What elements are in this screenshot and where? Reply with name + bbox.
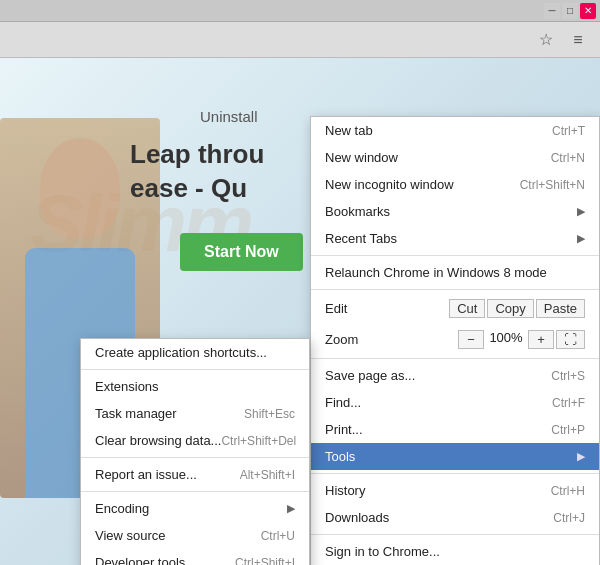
uninstall-text: Uninstall <box>200 108 258 125</box>
edit-cut-button[interactable]: Cut <box>449 299 485 318</box>
submenu-item-extensions[interactable]: Extensions <box>81 373 309 400</box>
submenu-arrow-icon: ▶ <box>577 232 585 245</box>
person-head <box>40 138 120 238</box>
submenu-item-label: Encoding <box>95 501 149 516</box>
shortcut: Ctrl+N <box>551 151 585 165</box>
zoom-value: 100% <box>486 330 526 349</box>
menu-icon[interactable]: ≡ <box>564 26 592 54</box>
zoom-label: Zoom <box>325 332 358 347</box>
menu-separator <box>311 534 599 535</box>
sub-menu: Create application shortcuts...Extension… <box>80 338 310 565</box>
shortcut: Ctrl+H <box>551 484 585 498</box>
menu-item-label: New tab <box>325 123 373 138</box>
shortcut: Ctrl+Shift+I <box>235 556 295 566</box>
submenu-item-create-application-shortcuts[interactable]: Create application shortcuts... <box>81 339 309 366</box>
submenu-separator <box>81 491 309 492</box>
page-content: Slimm Uninstall Leap throuease - Qu Star… <box>0 58 600 565</box>
menu-item-label: Find... <box>325 395 361 410</box>
submenu-arrow-icon: ▶ <box>577 450 585 463</box>
zoom-controls: − 100% + ⛶ <box>458 330 585 349</box>
menu-separator <box>311 255 599 256</box>
menu-item-bookmarks[interactable]: Bookmarks▶ <box>311 198 599 225</box>
menu-item-label: New window <box>325 150 398 165</box>
menu-item-history[interactable]: HistoryCtrl+H <box>311 477 599 504</box>
menu-separator <box>311 289 599 290</box>
menu-item-label: Sign in to Chrome... <box>325 544 440 559</box>
shortcut: Ctrl+S <box>551 369 585 383</box>
nav-bar: ☆ ≡ <box>0 22 600 58</box>
submenu-item-label: Extensions <box>95 379 159 394</box>
dropdown-menu: New tabCtrl+TNew windowCtrl+NNew incogni… <box>310 116 600 565</box>
menu-item-label: Bookmarks <box>325 204 390 219</box>
menu-item-label: Downloads <box>325 510 389 525</box>
submenu-item-label: Report an issue... <box>95 467 197 482</box>
menu-item-edit: Edit CutCopyPaste <box>311 293 599 324</box>
menu-item-find[interactable]: Find...Ctrl+F <box>311 389 599 416</box>
shortcut: Ctrl+F <box>552 396 585 410</box>
menu-separator <box>311 358 599 359</box>
close-button[interactable]: ✕ <box>580 3 596 19</box>
menu-item-new-incognito-window[interactable]: New incognito windowCtrl+Shift+N <box>311 171 599 198</box>
submenu-item-label: Task manager <box>95 406 177 421</box>
title-bar: ─ □ ✕ <box>0 0 600 22</box>
submenu-item-label: View source <box>95 528 166 543</box>
submenu-item-label: Clear browsing data... <box>95 433 221 448</box>
menu-item-label: Relaunch Chrome in Windows 8 mode <box>325 265 547 280</box>
zoom-minus-button[interactable]: − <box>458 330 484 349</box>
bookmark-icon[interactable]: ☆ <box>532 26 560 54</box>
menu-item-save-page-as[interactable]: Save page as...Ctrl+S <box>311 362 599 389</box>
submenu-separator <box>81 457 309 458</box>
shortcut: Shift+Esc <box>244 407 295 421</box>
shortcut: Ctrl+T <box>552 124 585 138</box>
submenu-item-label: Create application shortcuts... <box>95 345 267 360</box>
menu-item-downloads[interactable]: DownloadsCtrl+J <box>311 504 599 531</box>
menu-item-sign-in-to-chrome[interactable]: Sign in to Chrome... <box>311 538 599 565</box>
menu-item-new-tab[interactable]: New tabCtrl+T <box>311 117 599 144</box>
shortcut: Ctrl+J <box>553 511 585 525</box>
menu-item-label: Recent Tabs <box>325 231 397 246</box>
shortcut: Ctrl+P <box>551 423 585 437</box>
menu-item-zoom: Zoom − 100% + ⛶ <box>311 324 599 355</box>
submenu-separator <box>81 369 309 370</box>
shortcut: Ctrl+U <box>261 529 295 543</box>
headline-text: Leap throuease - Qu <box>130 138 264 206</box>
edit-label: Edit <box>325 301 347 316</box>
submenu-item-view-source[interactable]: View sourceCtrl+U <box>81 522 309 549</box>
zoom-fullscreen-button[interactable]: ⛶ <box>556 330 585 349</box>
maximize-button[interactable]: □ <box>562 3 578 19</box>
menu-item-new-window[interactable]: New windowCtrl+N <box>311 144 599 171</box>
minimize-button[interactable]: ─ <box>544 3 560 19</box>
shortcut: Alt+Shift+I <box>240 468 295 482</box>
submenu-item-clear-browsing-data[interactable]: Clear browsing data...Ctrl+Shift+Del <box>81 427 309 454</box>
submenu-arrow-icon: ▶ <box>287 502 295 515</box>
menu-item-label: Save page as... <box>325 368 415 383</box>
menu-item-print[interactable]: Print...Ctrl+P <box>311 416 599 443</box>
edit-paste-button[interactable]: Paste <box>536 299 585 318</box>
submenu-item-task-manager[interactable]: Task managerShift+Esc <box>81 400 309 427</box>
start-now-button[interactable]: Start Now <box>180 233 303 271</box>
submenu-item-developer-tools[interactable]: Developer toolsCtrl+Shift+I <box>81 549 309 565</box>
menu-separator <box>311 473 599 474</box>
submenu-item-encoding[interactable]: Encoding▶ <box>81 495 309 522</box>
menu-item-label: Print... <box>325 422 363 437</box>
shortcut: Ctrl+Shift+Del <box>221 434 296 448</box>
submenu-item-report-an-issue[interactable]: Report an issue...Alt+Shift+I <box>81 461 309 488</box>
submenu-item-label: Developer tools <box>95 555 185 565</box>
menu-item-recent-tabs[interactable]: Recent Tabs▶ <box>311 225 599 252</box>
submenu-arrow-icon: ▶ <box>577 205 585 218</box>
edit-buttons: CutCopyPaste <box>449 299 585 318</box>
menu-item-label: Tools <box>325 449 355 464</box>
menu-item-label: New incognito window <box>325 177 454 192</box>
menu-item-relaunch-chrome-in-windows-8-mode[interactable]: Relaunch Chrome in Windows 8 mode <box>311 259 599 286</box>
menu-item-label: History <box>325 483 365 498</box>
edit-copy-button[interactable]: Copy <box>487 299 533 318</box>
zoom-plus-button[interactable]: + <box>528 330 554 349</box>
shortcut: Ctrl+Shift+N <box>520 178 585 192</box>
menu-item-tools[interactable]: Tools▶ <box>311 443 599 470</box>
